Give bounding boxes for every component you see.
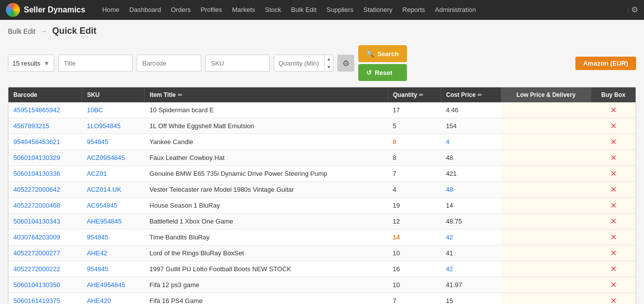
sku-link[interactable]: AHE42 (87, 249, 107, 257)
delete-button[interactable]: ✕ (610, 248, 617, 258)
delete-button[interactable]: ✕ (610, 232, 617, 242)
delete-button[interactable]: ✕ (610, 280, 617, 290)
sku-link[interactable]: 10BC (87, 106, 103, 114)
nav-link-markets[interactable]: Markets (227, 0, 260, 20)
title-input[interactable] (58, 55, 133, 72)
sku-link[interactable]: AHE4954845 (87, 281, 125, 289)
nav-link-stock[interactable]: Stock (260, 0, 286, 20)
cell-title: Yankee Candle (145, 134, 388, 150)
barcode-link[interactable]: 4052272000277 (13, 249, 60, 257)
barcode-link[interactable]: 4052272000222 (13, 265, 60, 273)
barcode-link[interactable]: 4595154865942 (13, 106, 60, 114)
delete-button[interactable]: ✕ (610, 105, 617, 115)
nav-link-suppliers[interactable]: Suppliers (322, 0, 358, 20)
settings-icon[interactable]: ⚙ (631, 0, 638, 20)
delete-button[interactable]: ✕ (610, 185, 617, 194)
sku-link[interactable]: ACZ0954845 (87, 154, 125, 161)
cell-buy-box: ✕ (591, 118, 636, 134)
barcode-link[interactable]: 9548458453621 (13, 138, 60, 146)
sku-link[interactable]: 1LO954845 (87, 122, 121, 130)
search-reset-group: 🔍 Search ↺ Reset (358, 45, 406, 81)
nav-link-reports[interactable]: Reports (398, 0, 430, 20)
reset-button[interactable]: ↺ Reset (358, 64, 406, 81)
sku-link[interactable]: 954845 (87, 138, 108, 146)
qty-up-icon[interactable]: ▲ (324, 55, 333, 63)
cell-title: 1L Off White Eggshell Matt Emulsion (145, 118, 388, 134)
barcode-link[interactable]: 4567893215 (13, 122, 49, 130)
barcode-input[interactable] (137, 55, 201, 72)
sku-link[interactable]: AHE420 (87, 297, 111, 304)
nav-link-administration[interactable]: Administration (430, 0, 481, 20)
dropdown-arrow-icon[interactable]: ▼ (43, 60, 50, 67)
delete-button[interactable]: ✕ (610, 137, 617, 147)
barcode-link[interactable]: 5060104130336 (13, 170, 60, 177)
barcode-link[interactable]: 4052272000642 (13, 186, 60, 193)
nav-link-profiles[interactable]: Profiles (196, 0, 227, 20)
cell-sku: 10BC (82, 102, 145, 118)
cell-barcode: 5060161419375 (8, 293, 82, 304)
delete-button[interactable]: ✕ (610, 169, 617, 178)
cell-low-price (501, 102, 591, 118)
nav-link-dashboard[interactable]: Dashboard (124, 0, 166, 20)
barcode-link[interactable]: 5060104130350 (13, 281, 60, 289)
sku-link[interactable]: 954845 (87, 265, 108, 273)
cost-link[interactable]: 42 (446, 265, 453, 273)
amazon-panel: Amazon (EUR) (575, 57, 636, 70)
quantity-min-field[interactable] (274, 55, 324, 71)
delete-button[interactable]: ✕ (610, 296, 617, 304)
qty-link[interactable]: 14 (393, 233, 400, 241)
cell-barcode: 5060104130343 (8, 214, 82, 229)
cell-sku: AHE4954845 (82, 277, 145, 293)
cell-low-price (501, 182, 591, 198)
nav-link-stationery[interactable]: Stationery (358, 0, 398, 20)
settings-button[interactable]: ⚙ (337, 55, 354, 72)
cost-value: 48.75 (446, 218, 462, 225)
delete-button[interactable]: ✕ (610, 264, 617, 274)
cost-link[interactable]: 48 (446, 186, 453, 193)
nav-divider: | (628, 0, 629, 20)
barcode-link[interactable]: 5060161419375 (13, 297, 60, 304)
sku-link[interactable]: AHE954845 (87, 218, 122, 225)
qty-down-icon[interactable]: ▼ (324, 63, 333, 71)
brand: Seller Dynamics (6, 3, 85, 17)
cell-cost: 15 (441, 293, 501, 304)
quantity-min-input[interactable]: ▲ ▼ (274, 55, 333, 72)
cell-barcode: 4567893215 (8, 118, 82, 134)
nav-link-orders[interactable]: Orders (166, 0, 196, 20)
sku-link[interactable]: AC954845 (87, 202, 117, 209)
breadcrumb-parent[interactable]: Bulk Edit (8, 27, 35, 35)
delete-button[interactable]: ✕ (610, 201, 617, 210)
cell-cost: 42 (441, 261, 501, 277)
qty-edit-icon[interactable]: ✏ (419, 92, 423, 98)
qty-link[interactable]: 0 (393, 138, 396, 146)
cell-title: Fifa 12 ps3 game (145, 277, 388, 293)
results-selector[interactable]: 15 results ▼ (8, 55, 54, 72)
sku-input[interactable] (205, 55, 270, 72)
cost-link[interactable]: 42 (446, 233, 453, 241)
barcode-link[interactable]: 5060104130329 (13, 154, 60, 161)
title-edit-icon[interactable]: ✏ (178, 92, 182, 98)
cell-barcode: 4052272000468 (8, 198, 82, 214)
cell-low-price (501, 261, 591, 277)
barcode-link[interactable]: 4052272000468 (13, 202, 60, 209)
sku-link[interactable]: 954845 (87, 233, 108, 241)
cell-barcode: 4595154865942 (8, 102, 82, 118)
delete-button[interactable]: ✕ (610, 153, 617, 162)
th-low-price-label: Low Price & Delivery (516, 91, 575, 98)
barcode-link[interactable]: 5060104130343 (13, 218, 60, 225)
cost-link[interactable]: 4 (446, 138, 449, 146)
cost-edit-icon[interactable]: ✏ (478, 92, 482, 98)
sku-link[interactable]: ACZ01 (87, 170, 107, 177)
delete-button[interactable]: ✕ (610, 121, 617, 131)
nav-link-home[interactable]: Home (97, 0, 125, 20)
nav-link-bulk-edit[interactable]: Bulk Edit (286, 0, 322, 20)
cell-title: 1997 Gullit PU Lotto Football Boots NEW … (145, 261, 388, 277)
barcode-link[interactable]: 4030764203009 (13, 233, 60, 241)
delete-button[interactable]: ✕ (610, 217, 617, 226)
cell-low-price (501, 118, 591, 134)
cost-value: 14 (446, 202, 453, 209)
search-button[interactable]: 🔍 Search (358, 45, 406, 62)
cell-barcode: 5060104130336 (8, 166, 82, 182)
sku-link[interactable]: ACZ014.UK (87, 186, 121, 193)
cell-cost: 421 (441, 166, 501, 182)
